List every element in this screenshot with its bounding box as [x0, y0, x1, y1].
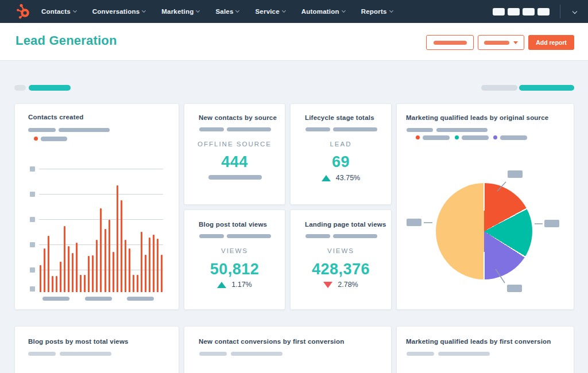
add-report-button[interactable]: Add report: [528, 35, 574, 50]
card-title: Contacts created: [28, 114, 84, 121]
nav-item-label: Sales: [215, 8, 233, 15]
legend-label-placeholder: [500, 135, 527, 140]
subtitle-placeholder-bar: [199, 127, 224, 131]
bar: [64, 226, 65, 292]
legend-dot: [34, 137, 38, 141]
button-placeholder-bar: [484, 41, 509, 45]
view-toggle-left[interactable]: [481, 85, 517, 91]
hubspot-logo-icon[interactable]: [14, 2, 33, 21]
bar: [96, 240, 98, 292]
subtitle-placeholder-bar: [305, 127, 330, 131]
metric-label: VIEWS: [184, 247, 285, 254]
nav-menu: Contacts Conversations Marketing Sales S…: [41, 8, 393, 15]
subtitle-placeholder-bar: [227, 127, 271, 131]
subtitle-placeholder-bar: [407, 128, 433, 132]
dashboard-actions-button[interactable]: [426, 35, 474, 50]
caret-down-icon: [513, 41, 518, 44]
legend-label-placeholder: [41, 137, 67, 141]
card-title: New contacts by source: [199, 114, 277, 121]
date-filter-control[interactable]: [29, 85, 71, 91]
nav-action-icon[interactable]: [493, 8, 505, 15]
view-toggle-right[interactable]: [519, 85, 574, 91]
delta-value: 2.78%: [338, 281, 358, 289]
nav-item-marketing[interactable]: Marketing: [161, 8, 199, 15]
chevron-down-icon: [235, 9, 239, 13]
top-nav: Contacts Conversations Marketing Sales S…: [0, 0, 588, 23]
y-tick-placeholder: [30, 242, 35, 247]
chevron-down-icon: [196, 9, 200, 13]
trend-down-icon: [323, 282, 332, 288]
pie-label-placeholder: [507, 285, 522, 292]
nav-item-contacts[interactable]: Contacts: [41, 8, 76, 15]
dashboard-filter-dropdown[interactable]: [478, 35, 524, 50]
nav-item-label: Conversations: [92, 8, 140, 15]
nav-item-label: Service: [255, 8, 279, 15]
bar: [125, 240, 126, 292]
nav-action-icon[interactable]: [508, 8, 520, 15]
account-chevron-down-icon[interactable]: [572, 9, 577, 14]
x-axis-label-placeholder: [127, 297, 154, 301]
subtitle-placeholder-bar: [199, 352, 227, 356]
bar: [105, 229, 106, 292]
bar: [76, 243, 78, 292]
card-blog-posts-by-most-total-views: Blog posts by most total views: [14, 326, 179, 373]
card-new-contact-conversions: New contact conversions by first convers…: [184, 326, 392, 373]
trend-up-icon: [217, 282, 226, 288]
metric-label: VIEWS: [291, 247, 391, 254]
card-title: Blog posts by most total views: [28, 338, 129, 345]
card-title: Landing page total views: [305, 221, 386, 228]
bar: [40, 265, 41, 292]
bar: [109, 220, 110, 292]
nav-item-automation[interactable]: Automation: [301, 8, 345, 15]
bar: [60, 262, 61, 292]
card-new-contacts-by-source: New contacts by source OFFLINE SOURCE 44…: [184, 103, 285, 205]
card-title: Marketing qualified leads by original so…: [406, 114, 548, 121]
bar: [80, 275, 82, 292]
card-mql-by-first-conversion: Marketing qualified leads by first conve…: [396, 326, 574, 373]
nav-action-icon[interactable]: [537, 8, 550, 15]
bar: [137, 275, 138, 292]
subtitle-placeholder-bar: [407, 352, 434, 356]
nav-item-sales[interactable]: Sales: [215, 8, 239, 15]
nav-action-icon[interactable]: [523, 8, 535, 15]
bar: [153, 235, 154, 292]
metric-label: LEAD: [291, 141, 391, 147]
y-tick-placeholder: [30, 217, 35, 222]
page-title: Lead Generation: [16, 33, 117, 48]
card-mql-by-original-source: Marketing qualified leads by original so…: [396, 103, 574, 310]
y-tick-placeholder: [30, 166, 35, 172]
page-header: Lead Generation Add report: [0, 23, 588, 61]
bar: [48, 236, 49, 292]
nav-item-label: Reports: [361, 8, 387, 15]
add-report-label: Add report: [536, 39, 567, 46]
footer-placeholder-bar: [208, 175, 262, 180]
delta-value: 43.75%: [336, 174, 360, 182]
subtitle-placeholder-bar: [333, 127, 377, 131]
bar: [149, 238, 150, 292]
subtitle-placeholder-bar: [60, 352, 111, 356]
nav-item-conversations[interactable]: Conversations: [92, 8, 145, 15]
subtitle-placeholder-bar: [227, 234, 271, 238]
mql-pie: [436, 183, 532, 279]
gridline: [39, 169, 163, 169]
chevron-down-icon: [73, 9, 77, 13]
y-tick-placeholder: [30, 192, 35, 197]
nav-item-reports[interactable]: Reports: [361, 8, 393, 15]
metric-label: OFFLINE SOURCE: [184, 141, 285, 147]
bar: [121, 200, 122, 292]
card-title: New contact conversions by first convers…: [199, 338, 344, 345]
bar: [72, 253, 74, 292]
pie-label-placeholder: [508, 170, 523, 178]
subtitle-placeholder-bar: [59, 128, 110, 132]
nav-item-label: Contacts: [41, 8, 71, 15]
bar: [157, 239, 158, 292]
subtitle-placeholder-bar: [199, 234, 224, 238]
nav-item-label: Automation: [301, 8, 339, 15]
nav-item-service[interactable]: Service: [255, 8, 285, 15]
bar: [68, 246, 69, 292]
card-title: Lifecycle stage totals: [305, 114, 374, 121]
trend-up-icon: [322, 175, 331, 181]
bar: [113, 252, 114, 292]
nav-item-label: Marketing: [161, 8, 194, 15]
metric-value: 444: [184, 153, 285, 171]
